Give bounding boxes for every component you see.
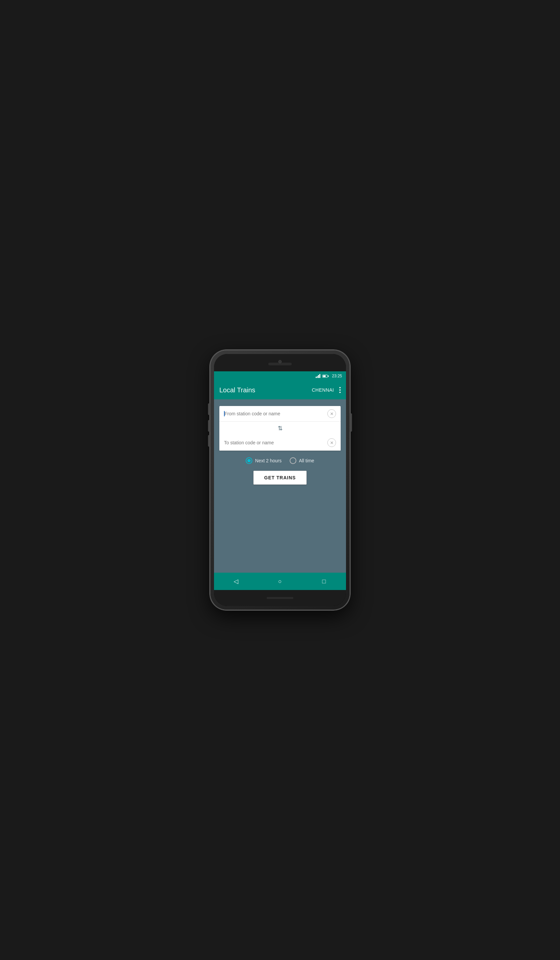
from-clear-button[interactable]: ✕ xyxy=(327,409,336,418)
swap-area: ⇅ xyxy=(219,422,341,435)
to-clear-button[interactable]: ✕ xyxy=(327,438,336,447)
dot-1 xyxy=(339,387,341,388)
radio-circle-all-time xyxy=(290,457,296,464)
get-trains-button[interactable]: GET TRAINS xyxy=(253,471,307,485)
btn-section: GET TRAINS xyxy=(219,471,341,485)
back-icon: ◁ xyxy=(234,578,238,585)
radio-inner-next-2-hours xyxy=(247,459,251,462)
from-clear-icon: ✕ xyxy=(330,412,334,416)
app-title: Local Trains xyxy=(219,386,312,394)
phone-frame: 23:25 Local Trains CHENNAI xyxy=(210,350,350,610)
status-icons: 23:25 xyxy=(316,374,342,378)
camera xyxy=(278,360,282,363)
from-station-input[interactable] xyxy=(225,411,328,416)
signal-bar-1 xyxy=(316,377,317,378)
app-location: CHENNAI xyxy=(312,387,334,393)
radio-circle-next-2-hours xyxy=(246,457,252,464)
bottom-nav: ◁ ○ □ xyxy=(214,573,346,590)
recents-icon: □ xyxy=(322,578,326,585)
radio-section: Next 2 hours All time xyxy=(219,457,341,464)
app-bar: Local Trains CHENNAI xyxy=(214,381,346,399)
home-button[interactable]: ○ xyxy=(274,574,286,588)
overflow-menu-button[interactable] xyxy=(339,387,341,393)
dot-2 xyxy=(339,389,341,391)
signal-icon xyxy=(316,374,320,378)
input-section: ✕ ⇅ ✕ xyxy=(219,406,341,451)
bottom-speaker xyxy=(267,597,293,599)
battery-tip xyxy=(328,375,329,377)
home-icon: ○ xyxy=(278,578,282,585)
top-bezel xyxy=(214,354,346,371)
to-clear-icon: ✕ xyxy=(330,441,334,445)
radio-label-next-2-hours: Next 2 hours xyxy=(255,458,281,463)
radio-label-all-time: All time xyxy=(299,458,314,463)
signal-bar-2 xyxy=(317,376,318,378)
battery-fill xyxy=(323,375,326,377)
radio-next-2-hours[interactable]: Next 2 hours xyxy=(246,457,281,464)
bottom-bezel xyxy=(214,590,346,606)
screen: 23:25 Local Trains CHENNAI xyxy=(214,371,346,590)
main-content: ✕ ⇅ ✕ xyxy=(214,399,346,573)
to-input-row: ✕ xyxy=(219,435,341,451)
radio-all-time[interactable]: All time xyxy=(290,457,314,464)
recents-button[interactable]: □ xyxy=(317,574,331,588)
dot-3 xyxy=(339,392,341,393)
status-time: 23:25 xyxy=(332,374,342,378)
battery-body xyxy=(322,375,328,378)
signal-bar-4 xyxy=(319,374,320,378)
signal-bar-3 xyxy=(318,375,319,378)
swap-button[interactable]: ⇅ xyxy=(275,423,285,434)
swap-arrows-icon: ⇅ xyxy=(278,425,283,432)
battery-icon xyxy=(322,375,329,378)
back-button[interactable]: ◁ xyxy=(229,574,243,588)
from-input-row: ✕ xyxy=(219,406,341,422)
status-bar: 23:25 xyxy=(214,371,346,381)
phone-inner: 23:25 Local Trains CHENNAI xyxy=(214,354,346,606)
to-station-input[interactable] xyxy=(224,440,327,445)
